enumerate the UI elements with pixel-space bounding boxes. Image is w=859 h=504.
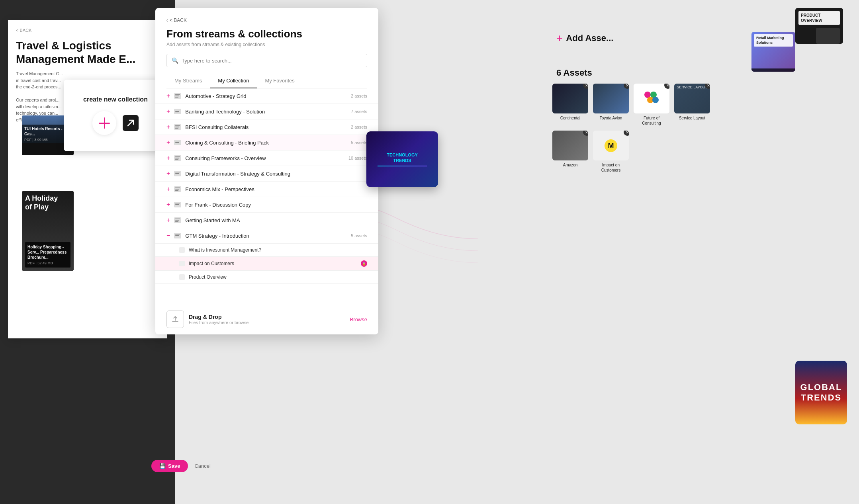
modal-header: ‹ < BACK From streams & collections Add … <box>155 8 378 54</box>
sub-name-investment: What is Investment Management? <box>189 247 367 253</box>
collection-name-gtm: GTM Strategy - Introduction <box>185 233 351 239</box>
collection-icon-banking <box>174 109 181 114</box>
collection-icon-economics <box>174 186 181 192</box>
asset-grid: ✕ Continental ✕ Toyota Avion ✕ Future <box>552 84 710 173</box>
holiday-shopping-title: Holiday Shopping - Serv... Preparedness … <box>27 244 68 260</box>
save-button[interactable]: 💾 Save <box>151 460 188 472</box>
expand-icon-banking[interactable]: + <box>166 108 170 115</box>
cancel-button[interactable]: Cancel <box>194 463 210 469</box>
tab-my-collection[interactable]: My Collection <box>210 74 257 88</box>
sub-icon-investment <box>179 247 185 253</box>
expand-icon-automotive[interactable]: + <box>166 92 170 100</box>
left-back-link[interactable]: < BACK <box>16 28 159 33</box>
modal-tabs: My Streams My Collection My Favorites <box>166 74 367 88</box>
svg-text:M: M <box>608 142 614 150</box>
expand-icon-economics[interactable]: + <box>166 186 170 193</box>
asset-card-toyota[interactable]: ✕ Toyota Avion <box>593 84 629 126</box>
collection-name-economics: Economics Mix - Perspectives <box>185 186 367 192</box>
tab-my-favorites[interactable]: My Favorites <box>257 74 302 88</box>
sub-item-impact[interactable]: Impact on Customers 🔒 <box>155 257 378 271</box>
collection-name-bfsi: BFSI Consulting Collaterals <box>185 124 351 130</box>
asset-card-service-layout[interactable]: ✕ SERVICE LAYOUT Service Layout <box>674 84 710 126</box>
create-collection-card[interactable]: create new collection <box>64 80 167 151</box>
asset-card-amazon[interactable]: ✕ Amazon <box>552 131 588 173</box>
collection-row-getting-started[interactable]: + Getting Started with MA <box>155 213 378 228</box>
collection-count-cloning: 5 assets <box>351 140 367 145</box>
collection-row-cloning[interactable]: + Cloning & Consulting - Briefing Pack 5… <box>155 135 378 150</box>
collection-row-banking[interactable]: + Banking and Technology - Solution 7 as… <box>155 104 378 119</box>
holiday-thumb-card[interactable]: A Holidayof Play Holiday Shopping - Serv… <box>22 191 74 271</box>
collection-list: + Automotive - Strategy Grid 2 assets + … <box>155 88 378 304</box>
collection-row-bfsi[interactable]: + BFSI Consulting Collaterals 2 assets <box>155 119 378 135</box>
sub-icon-impact <box>179 261 185 266</box>
collection-name-banking: Banking and Technology - Solution <box>185 109 351 115</box>
drag-drop-title: Drag & Drop <box>189 314 249 320</box>
save-cancel-bar: 💾 Save Cancel <box>151 460 211 472</box>
collection-count-bfsi: 2 assets <box>351 125 367 129</box>
asset-card-future-consulting[interactable]: ✕ Future of Consulting <box>634 84 669 126</box>
product-overview-label: PRODUCT OVERVIEW <box>798 11 840 25</box>
collection-name-automotive: Automotive - Strategy Grid <box>185 93 351 99</box>
modal-subtitle: Add assets from streams & existing colle… <box>166 42 367 47</box>
add-asset-label: Add Asse... <box>566 33 613 43</box>
left-page-title: Travel & Logistics Management Made E... <box>16 39 159 66</box>
collapse-icon-gtm[interactable]: − <box>166 232 170 239</box>
drag-drop-area[interactable]: Drag & Drop Files from anywhere or brows… <box>155 304 378 334</box>
sub-name-impact: Impact on Customers <box>189 261 361 266</box>
create-plus-icon[interactable] <box>92 111 116 135</box>
asset-card-impact-customers[interactable]: ✕ M Impact on Customers <box>593 131 629 173</box>
asset-name-amazon: Amazon <box>552 162 588 168</box>
sub-item-investment[interactable]: What is Investment Management? <box>155 244 378 257</box>
retail-marketing-card[interactable]: Retail Marketing Solutions <box>751 32 795 72</box>
search-input[interactable] <box>182 58 362 64</box>
expand-icon-bfsi[interactable]: + <box>166 123 170 131</box>
remove-toyota-btn[interactable]: ✕ <box>624 84 629 89</box>
collection-name-getting-started: Getting Started with MA <box>185 217 367 223</box>
remove-amazon-btn[interactable]: ✕ <box>583 131 588 136</box>
sub-item-product[interactable]: Product Overview <box>155 271 378 284</box>
remove-continental-btn[interactable]: ✕ <box>583 84 588 89</box>
asset-name-continental: Continental <box>552 115 588 121</box>
collection-row-automotive[interactable]: + Automotive - Strategy Grid 2 assets <box>155 88 378 104</box>
arrow-send-icon <box>123 115 139 131</box>
collection-icon-bfsi <box>174 124 181 130</box>
right-content-area: + Add Asse... 6 Assets ✕ Continental ✕ T… <box>532 0 859 504</box>
asset-name-impact-customers: Impact on Customers <box>593 162 629 173</box>
create-collection-title: create new collection <box>83 96 148 103</box>
asset-name-toyota: Toyota Avion <box>593 115 629 121</box>
collection-row-gtm[interactable]: − GTM Strategy - Introduction 5 assets <box>155 228 378 244</box>
collection-row-digital[interactable]: + Digital Transformation - Strategy & Co… <box>155 166 378 182</box>
asset-card-continental[interactable]: ✕ Continental <box>552 84 588 126</box>
remove-impact-customers-btn[interactable]: ✕ <box>624 131 629 136</box>
global-trends-card[interactable]: GLOBAL TRENDS <box>795 361 847 424</box>
add-asset-button[interactable]: + Add Asse... <box>556 32 613 45</box>
expand-icon-frank[interactable]: + <box>166 201 170 208</box>
expand-icon-digital[interactable]: + <box>166 170 170 177</box>
chevron-left-icon: ‹ <box>166 18 168 23</box>
collection-row-economics[interactable]: + Economics Mix - Perspectives <box>155 182 378 197</box>
modal-back-link[interactable]: ‹ < BACK <box>166 18 367 23</box>
tech-trends-title: TECHNOLOGY TRENDS <box>387 152 418 164</box>
tech-trends-card[interactable]: TECHNOLOGY TRENDS <box>366 131 438 187</box>
collection-icon-digital <box>174 171 181 176</box>
remove-future-consulting-btn[interactable]: ✕ <box>664 84 669 89</box>
collection-name-digital: Digital Transformation - Strategy & Cons… <box>185 171 367 177</box>
expand-icon-cloning[interactable]: + <box>166 139 170 146</box>
product-overview-card[interactable]: PRODUCT OVERVIEW <box>795 8 843 44</box>
collection-icon-automotive <box>174 93 181 99</box>
tab-my-streams[interactable]: My Streams <box>166 74 210 88</box>
collection-icon-getting-started <box>174 217 181 223</box>
collection-name-consulting-frameworks: Consulting Frameworks - Overview <box>185 155 348 161</box>
expand-icon-consulting-frameworks[interactable]: + <box>166 154 170 162</box>
collection-count-banking: 7 assets <box>351 109 367 114</box>
collection-name-cloning: Cloning & Consulting - Briefing Pack <box>185 140 351 146</box>
sub-icon-product <box>179 274 185 280</box>
collection-count-consulting-frameworks: 10 assets <box>348 156 367 160</box>
browse-link[interactable]: Browse <box>350 316 367 322</box>
search-icon: 🔍 <box>172 57 178 64</box>
collection-row-consulting-frameworks[interactable]: + Consulting Frameworks - Overview 10 as… <box>155 150 378 166</box>
add-plus-icon: + <box>556 32 563 45</box>
collection-icon-gtm <box>174 233 181 238</box>
collection-row-frank[interactable]: + For Frank - Discussion Copy <box>155 197 378 213</box>
expand-icon-getting-started[interactable]: + <box>166 217 170 224</box>
